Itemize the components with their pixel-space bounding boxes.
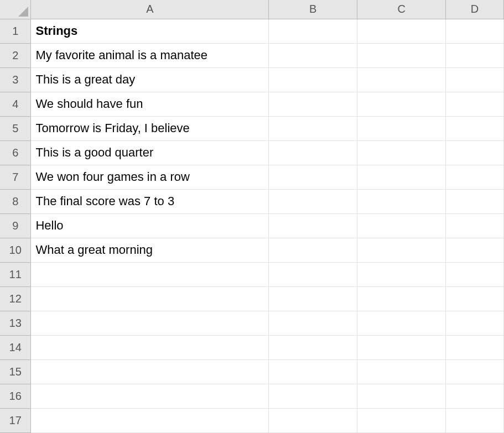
grid-row: 6 This is a good quarter — [0, 140, 504, 165]
cell-c10[interactable] — [357, 238, 446, 262]
cell-b11[interactable] — [269, 262, 357, 286]
cell-b9[interactable] — [269, 213, 357, 238]
cell-c8[interactable] — [357, 189, 446, 213]
cell-b6[interactable] — [269, 140, 357, 165]
row-header-1[interactable]: 1 — [0, 19, 31, 43]
cell-a2[interactable]: My favorite animal is a manatee — [31, 43, 269, 67]
cell-a11[interactable] — [31, 262, 269, 286]
cell-b1[interactable] — [269, 19, 357, 43]
column-header-c[interactable]: C — [357, 0, 446, 19]
column-header-d[interactable]: D — [446, 0, 504, 19]
grid-row: 4 We should have fun — [0, 92, 504, 116]
cell-b14[interactable] — [269, 335, 357, 359]
cell-a8[interactable]: The final score was 7 to 3 — [31, 189, 269, 213]
cell-d16[interactable] — [446, 384, 504, 408]
cell-d13[interactable] — [446, 311, 504, 335]
cell-d10[interactable] — [446, 238, 504, 262]
cell-c2[interactable] — [357, 43, 446, 67]
row-header-14[interactable]: 14 — [0, 335, 31, 359]
cell-a9[interactable]: Hello — [31, 213, 269, 238]
cell-d1[interactable] — [446, 19, 504, 43]
row-header-3[interactable]: 3 — [0, 67, 31, 92]
cell-c13[interactable] — [357, 311, 446, 335]
cell-b3[interactable] — [269, 67, 357, 92]
cell-d7[interactable] — [446, 165, 504, 189]
cell-c3[interactable] — [357, 67, 446, 92]
cell-c9[interactable] — [357, 213, 446, 238]
grid-row: 14 — [0, 335, 504, 359]
row-header-10[interactable]: 10 — [0, 238, 31, 262]
cell-c1[interactable] — [357, 19, 446, 43]
cell-d15[interactable] — [446, 359, 504, 384]
cell-c17[interactable] — [357, 408, 446, 432]
row-header-11[interactable]: 11 — [0, 262, 31, 286]
grid-row: 10 What a great morning — [0, 238, 504, 262]
cell-b15[interactable] — [269, 359, 357, 384]
grid-row: 13 — [0, 311, 504, 335]
cell-b12[interactable] — [269, 286, 357, 311]
spreadsheet-grid: A B C D 1 Strings 2 My favorite animal i… — [0, 0, 504, 433]
row-header-16[interactable]: 16 — [0, 384, 31, 408]
cell-b17[interactable] — [269, 408, 357, 432]
cell-a4[interactable]: We should have fun — [31, 92, 269, 116]
cell-d11[interactable] — [446, 262, 504, 286]
grid-row: 2 My favorite animal is a manatee — [0, 43, 504, 67]
cell-d9[interactable] — [446, 213, 504, 238]
cell-a3[interactable]: This is a great day — [31, 67, 269, 92]
cell-d17[interactable] — [446, 408, 504, 432]
row-header-5[interactable]: 5 — [0, 116, 31, 140]
grid-row: 11 — [0, 262, 504, 286]
cell-d8[interactable] — [446, 189, 504, 213]
cell-b8[interactable] — [269, 189, 357, 213]
cell-c4[interactable] — [357, 92, 446, 116]
row-header-2[interactable]: 2 — [0, 43, 31, 67]
row-header-12[interactable]: 12 — [0, 286, 31, 311]
cell-b4[interactable] — [269, 92, 357, 116]
cell-c16[interactable] — [357, 384, 446, 408]
cell-b7[interactable] — [269, 165, 357, 189]
cell-a6[interactable]: This is a good quarter — [31, 140, 269, 165]
cell-a1[interactable]: Strings — [31, 19, 269, 43]
cell-a15[interactable] — [31, 359, 269, 384]
grid-row: 1 Strings — [0, 19, 504, 43]
row-header-17[interactable]: 17 — [0, 408, 31, 432]
cell-d5[interactable] — [446, 116, 504, 140]
cell-d4[interactable] — [446, 92, 504, 116]
cell-c12[interactable] — [357, 286, 446, 311]
row-header-8[interactable]: 8 — [0, 189, 31, 213]
cell-d12[interactable] — [446, 286, 504, 311]
cell-a10[interactable]: What a great morning — [31, 238, 269, 262]
cell-a12[interactable] — [31, 286, 269, 311]
cell-d6[interactable] — [446, 140, 504, 165]
cell-c5[interactable] — [357, 116, 446, 140]
cell-a7[interactable]: We won four games in a row — [31, 165, 269, 189]
cell-a17[interactable] — [31, 408, 269, 432]
cell-a5[interactable]: Tomorrow is Friday, I believe — [31, 116, 269, 140]
cell-b13[interactable] — [269, 311, 357, 335]
row-header-15[interactable]: 15 — [0, 359, 31, 384]
cell-b5[interactable] — [269, 116, 357, 140]
cell-c11[interactable] — [357, 262, 446, 286]
select-all-corner[interactable] — [0, 0, 31, 19]
cell-c15[interactable] — [357, 359, 446, 384]
cell-d3[interactable] — [446, 67, 504, 92]
cell-a16[interactable] — [31, 384, 269, 408]
cell-b2[interactable] — [269, 43, 357, 67]
grid-row: 12 — [0, 286, 504, 311]
cell-d14[interactable] — [446, 335, 504, 359]
cell-a14[interactable] — [31, 335, 269, 359]
cell-c7[interactable] — [357, 165, 446, 189]
cell-b16[interactable] — [269, 384, 357, 408]
column-header-b[interactable]: B — [269, 0, 357, 19]
row-header-9[interactable]: 9 — [0, 213, 31, 238]
cell-d2[interactable] — [446, 43, 504, 67]
row-header-6[interactable]: 6 — [0, 140, 31, 165]
row-header-7[interactable]: 7 — [0, 165, 31, 189]
cell-c6[interactable] — [357, 140, 446, 165]
row-header-13[interactable]: 13 — [0, 311, 31, 335]
cell-b10[interactable] — [269, 238, 357, 262]
row-header-4[interactable]: 4 — [0, 92, 31, 116]
column-header-a[interactable]: A — [31, 0, 269, 19]
cell-a13[interactable] — [31, 311, 269, 335]
cell-c14[interactable] — [357, 335, 446, 359]
